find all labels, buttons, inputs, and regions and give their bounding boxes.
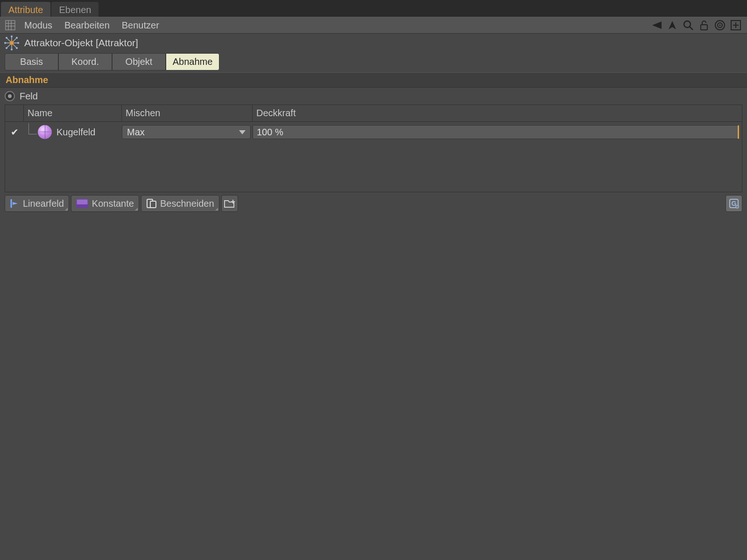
target-icon[interactable] bbox=[713, 19, 726, 32]
nav-back-icon[interactable] bbox=[650, 19, 663, 32]
object-title: Attraktor-Objekt [Attraktor] bbox=[24, 37, 138, 49]
field-toolbar: Linearfeld Konstante Beschneiden G bbox=[0, 192, 747, 215]
tab-attribute[interactable]: Attribute bbox=[1, 2, 50, 17]
svg-point-23 bbox=[4, 42, 6, 44]
panel-tab-bar: Attribute Ebenen bbox=[0, 0, 747, 17]
object-header: Attraktor-Objekt [Attraktor] bbox=[0, 34, 747, 52]
menu-benutzer[interactable]: Benutzer bbox=[118, 18, 163, 33]
svg-line-8 bbox=[690, 27, 693, 30]
mix-dropdown[interactable]: Max bbox=[122, 125, 251, 139]
subtab-bar: Basis Koord. Objekt Abnahme bbox=[0, 52, 747, 72]
svg-rect-34 bbox=[150, 201, 156, 208]
svg-point-7 bbox=[684, 21, 691, 28]
col-mischen[interactable]: Mischen bbox=[122, 105, 253, 122]
svg-marker-5 bbox=[652, 21, 662, 29]
svg-rect-20 bbox=[10, 41, 14, 45]
sphere-field-icon bbox=[38, 125, 52, 139]
beschneiden-label: Beschneiden bbox=[160, 198, 214, 209]
chevron-down-icon bbox=[239, 130, 246, 134]
col-deckkraft[interactable]: Deckkraft bbox=[253, 105, 742, 122]
col-toggle bbox=[5, 105, 24, 122]
group-icon: G bbox=[728, 198, 740, 209]
svg-point-26 bbox=[16, 47, 18, 49]
svg-marker-6 bbox=[669, 21, 676, 29]
new-plus-icon[interactable] bbox=[729, 19, 742, 32]
table-body: ✔ Kugelfeld Max 100 % bbox=[5, 122, 742, 192]
table-row[interactable]: ✔ Kugelfeld Max 100 % bbox=[5, 122, 742, 142]
app-mode-icon[interactable] bbox=[5, 20, 16, 31]
add-folder-button[interactable] bbox=[221, 195, 238, 212]
svg-marker-30 bbox=[13, 202, 18, 205]
table-header: Name Mischen Deckkraft bbox=[5, 105, 742, 122]
svg-point-22 bbox=[11, 49, 13, 50]
field-table: Name Mischen Deckkraft ✔ Kugelfeld Max 1… bbox=[5, 105, 742, 192]
svg-point-25 bbox=[6, 37, 7, 39]
nav-up-icon[interactable] bbox=[666, 19, 679, 32]
feld-radio[interactable] bbox=[5, 91, 15, 101]
tree-branch-icon bbox=[28, 123, 37, 134]
linearfeld-icon bbox=[10, 198, 19, 209]
folder-plus-icon bbox=[224, 198, 236, 209]
row-name-label: Kugelfeld bbox=[56, 127, 95, 138]
konstante-button[interactable]: Konstante bbox=[71, 195, 139, 212]
row-enable-checkbox[interactable]: ✔ bbox=[5, 126, 24, 138]
subtab-abnahme[interactable]: Abnahme bbox=[166, 53, 219, 70]
opacity-value: 100 % bbox=[257, 127, 283, 138]
tab-layers[interactable]: Ebenen bbox=[51, 2, 99, 17]
unlock-icon[interactable] bbox=[698, 19, 711, 32]
mix-value: Max bbox=[127, 127, 145, 138]
svg-point-12 bbox=[719, 25, 721, 26]
beschneiden-button[interactable]: Beschneiden bbox=[141, 195, 219, 212]
beschneiden-icon bbox=[146, 198, 156, 209]
subtab-koord[interactable]: Koord. bbox=[58, 53, 112, 70]
menu-bar: Modus Bearbeiten Benutzer bbox=[0, 17, 747, 34]
search-icon[interactable] bbox=[682, 19, 695, 32]
menu-bearbeiten[interactable]: Bearbeiten bbox=[61, 18, 113, 33]
svg-rect-9 bbox=[701, 25, 707, 30]
linearfeld-button[interactable]: Linearfeld bbox=[5, 195, 69, 212]
svg-rect-32 bbox=[77, 204, 88, 208]
param-feld: Feld bbox=[0, 88, 747, 105]
svg-point-27 bbox=[16, 37, 18, 39]
svg-point-24 bbox=[17, 42, 19, 44]
subtab-objekt[interactable]: Objekt bbox=[112, 53, 166, 70]
feld-label: Feld bbox=[20, 91, 38, 102]
opacity-input[interactable]: 100 % bbox=[253, 125, 739, 139]
row-name-cell[interactable]: Kugelfeld bbox=[24, 123, 122, 141]
group-button[interactable]: G bbox=[726, 195, 742, 212]
subtab-basis[interactable]: Basis bbox=[5, 53, 58, 70]
svg-rect-0 bbox=[6, 21, 15, 30]
menu-modus[interactable]: Modus bbox=[21, 18, 56, 33]
linearfeld-label: Linearfeld bbox=[23, 198, 64, 209]
konstante-icon bbox=[76, 199, 88, 208]
attractor-icon bbox=[4, 35, 20, 51]
svg-point-28 bbox=[6, 47, 7, 49]
col-name[interactable]: Name bbox=[24, 105, 122, 122]
section-abnahme: Abnahme bbox=[0, 72, 747, 88]
svg-point-21 bbox=[11, 35, 13, 37]
konstante-label: Konstante bbox=[92, 198, 134, 209]
